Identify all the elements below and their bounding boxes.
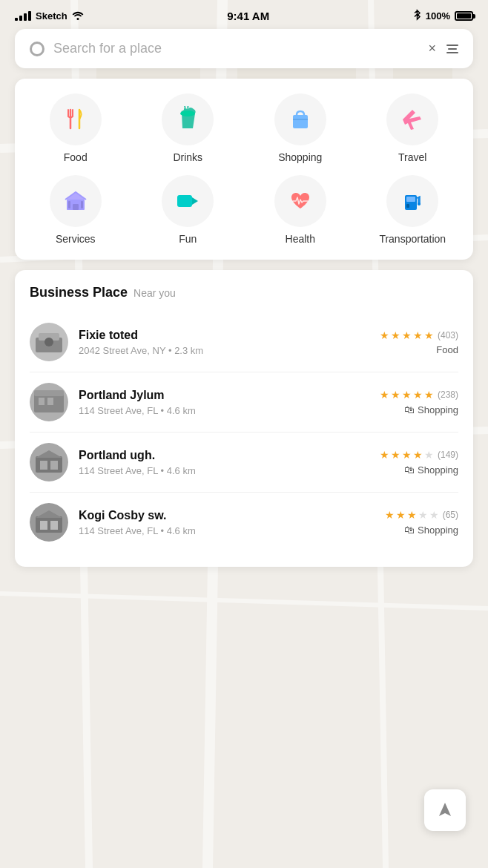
travel-label: Travel: [398, 151, 426, 163]
business-info: Kogi Cosby sw. 114 Street Ave, FL • 4.6 …: [79, 509, 375, 536]
business-section-subtitle: Near you: [133, 287, 176, 299]
carrier-label: Sketch: [36, 10, 67, 22]
star-2: ★: [396, 509, 406, 521]
category-shopping[interactable]: Shopping: [247, 93, 354, 163]
status-left: Sketch: [15, 10, 84, 22]
business-address: 2042 Street Ave, NY • 2.3 km: [79, 345, 369, 356]
category-text: Shopping: [418, 525, 458, 536]
business-item[interactable]: Kogi Cosby sw. 114 Street Ave, FL • 4.6 …: [30, 493, 458, 552]
navigation-arrow-icon: [436, 801, 454, 819]
battery-icon: [455, 11, 473, 21]
star-4: ★: [413, 329, 423, 341]
svg-rect-31: [177, 195, 192, 207]
svg-point-40: [44, 338, 53, 346]
navigation-button[interactable]: [424, 789, 466, 831]
star-3: ★: [402, 449, 412, 461]
svg-marker-32: [192, 197, 198, 205]
drinks-icon-circle: [162, 93, 214, 145]
search-icon: [30, 42, 44, 56]
business-address: 114 Street Ave, FL • 4.6 km: [79, 405, 369, 416]
business-info: Portland ugh. 114 Street Ave, FL • 4.6 k…: [79, 449, 369, 476]
transportation-label: Transportation: [379, 233, 446, 245]
category-drinks[interactable]: Drinks: [135, 93, 242, 163]
business-item[interactable]: Portland Jylum 114 Street Ave, FL • 4.6 …: [30, 372, 458, 433]
review-count: (403): [438, 330, 458, 341]
search-placeholder[interactable]: Search for a place: [53, 41, 419, 56]
business-name: Kogi Cosby sw.: [79, 509, 375, 522]
star-5: ★: [424, 329, 434, 341]
content-panel: Search for a place ×: [15, 29, 473, 567]
svg-rect-35: [406, 204, 409, 208]
category-health[interactable]: Health: [247, 175, 354, 245]
status-time: 9:41 AM: [227, 10, 269, 22]
star-2: ★: [391, 329, 400, 341]
category-transportation[interactable]: Transportation: [360, 175, 466, 245]
svg-point-36: [418, 203, 421, 206]
shopping-bag-icon: 🛍: [404, 524, 415, 536]
services-label: Services: [56, 233, 96, 245]
business-item[interactable]: Fixie toted 2042 Street Ave, NY • 2.3 km…: [30, 312, 458, 372]
fun-icon-circle: [162, 175, 214, 227]
search-bar[interactable]: Search for a place ×: [15, 29, 473, 68]
categories-panel: Food Drinks: [15, 79, 473, 260]
review-count: (65): [443, 510, 458, 520]
star-3: ★: [407, 509, 417, 521]
star-4: ★: [418, 509, 428, 521]
star-3: ★: [402, 389, 412, 401]
business-meta: ★ ★ ★ ★ ★ (149) 🛍 Shopping: [380, 449, 458, 476]
health-label: Health: [286, 233, 315, 245]
business-category: 🛍 Shopping: [404, 464, 458, 476]
business-item[interactable]: Portland ugh. 114 Street Ave, FL • 4.6 k…: [30, 433, 458, 493]
categories-grid: Food Drinks: [22, 93, 466, 245]
svg-rect-34: [406, 197, 415, 202]
svg-rect-29: [68, 201, 70, 208]
status-bar: Sketch 9:41 AM 100%: [0, 0, 488, 29]
search-actions: ×: [428, 41, 458, 56]
review-count: (238): [438, 389, 458, 400]
business-category: 🛍 Shopping: [404, 524, 458, 536]
business-name: Portland Jylum: [79, 389, 369, 402]
review-count: (149): [438, 450, 458, 460]
svg-point-24: [180, 111, 195, 116]
shopping-label: Shopping: [278, 151, 322, 163]
food-icon-circle: [50, 93, 102, 145]
business-name: Fixie toted: [79, 329, 369, 342]
svg-rect-49: [50, 461, 58, 470]
star-3: ★: [402, 329, 412, 341]
star-4: ★: [413, 449, 423, 461]
shopping-icon-circle: [274, 93, 326, 145]
business-avatar: [30, 443, 68, 481]
signal-bars-icon: [15, 11, 31, 21]
star-1: ★: [380, 389, 389, 401]
svg-rect-44: [39, 398, 44, 405]
business-avatar: [30, 383, 68, 421]
star-4: ★: [413, 389, 423, 401]
star-rating: ★ ★ ★ ★ ★ (238): [380, 389, 458, 401]
star-5: ★: [429, 509, 439, 521]
category-services[interactable]: Services: [22, 175, 129, 245]
svg-rect-52: [40, 521, 47, 530]
category-travel[interactable]: Travel: [360, 93, 466, 163]
transportation-icon-circle: [386, 175, 438, 227]
health-icon-circle: [274, 175, 326, 227]
filter-button[interactable]: [446, 45, 458, 53]
svg-rect-25: [293, 115, 308, 128]
star-rating: ★ ★ ★ ★ ★ (65): [385, 509, 458, 521]
category-fun[interactable]: Fun: [135, 175, 242, 245]
status-right: 100%: [413, 9, 473, 23]
category-text: Shopping: [418, 464, 458, 476]
business-meta: ★ ★ ★ ★ ★ (403) Food: [380, 329, 458, 355]
business-avatar: [30, 503, 68, 542]
business-meta: ★ ★ ★ ★ ★ (65) 🛍 Shopping: [385, 509, 458, 536]
business-section-title: Business Place: [30, 285, 128, 300]
clear-button[interactable]: ×: [428, 41, 436, 56]
business-list: Fixie toted 2042 Street Ave, NY • 2.3 km…: [30, 312, 458, 552]
business-header: Business Place Near you: [30, 285, 458, 300]
svg-rect-47: [36, 456, 62, 473]
business-info: Fixie toted 2042 Street Ave, NY • 2.3 km: [79, 329, 369, 356]
business-meta: ★ ★ ★ ★ ★ (238) 🛍 Shopping: [380, 389, 458, 415]
shopping-bag-icon: 🛍: [404, 404, 415, 415]
category-food[interactable]: Food: [22, 93, 129, 163]
svg-rect-45: [47, 398, 53, 405]
drinks-label: Drinks: [173, 151, 202, 163]
